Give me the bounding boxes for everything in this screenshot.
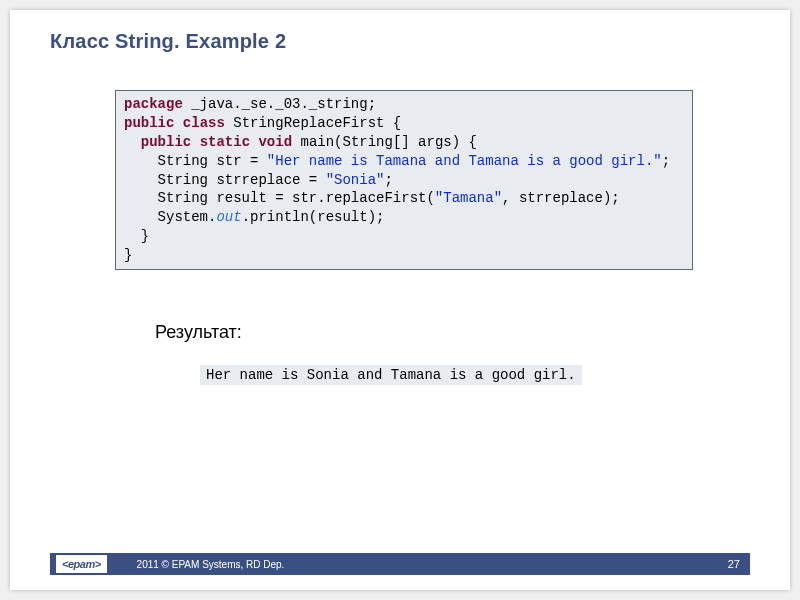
code-line: System. — [124, 209, 216, 225]
code-line: .println(result); — [242, 209, 385, 225]
close-brace: } — [124, 247, 132, 263]
slide-title: Класс String. Example 2 — [50, 30, 286, 53]
footer-bar: <epam> 2011 © EPAM Systems, RD Dep. 27 — [50, 553, 750, 575]
string-literal: "Tamana" — [435, 190, 502, 206]
keyword-package: package — [124, 96, 183, 112]
semicolon: ; — [662, 153, 670, 169]
keyword-class: class — [183, 115, 225, 131]
output-text: Her name is Sonia and Tamana is a good g… — [200, 365, 582, 385]
main-signature: main(String[] args) { — [292, 134, 477, 150]
code-block: package _java._se._03._string; public cl… — [115, 90, 693, 270]
keyword-static: static — [200, 134, 250, 150]
epam-logo: <epam> — [56, 555, 107, 573]
string-literal: "Her name is Tamana and Tamana is a good… — [267, 153, 662, 169]
code-line: String str = — [124, 153, 267, 169]
close-brace: } — [124, 228, 149, 244]
code-line: String strreplace = — [124, 172, 326, 188]
footer-copyright: 2011 © EPAM Systems, RD Dep. — [137, 559, 285, 570]
page-number: 27 — [728, 558, 740, 570]
result-label: Результат: — [155, 322, 242, 343]
semicolon: ; — [384, 172, 392, 188]
class-name: StringReplaceFirst { — [225, 115, 401, 131]
string-literal: "Sonia" — [326, 172, 385, 188]
code-line: , strreplace); — [502, 190, 620, 206]
package-name: _java._se._03._string; — [183, 96, 376, 112]
out-field: out — [216, 209, 241, 225]
keyword-public: public — [124, 115, 174, 131]
keyword-public: public — [141, 134, 191, 150]
slide: Класс String. Example 2 package _java._s… — [10, 10, 790, 590]
keyword-void: void — [258, 134, 292, 150]
code-line: String result = str.replaceFirst( — [124, 190, 435, 206]
